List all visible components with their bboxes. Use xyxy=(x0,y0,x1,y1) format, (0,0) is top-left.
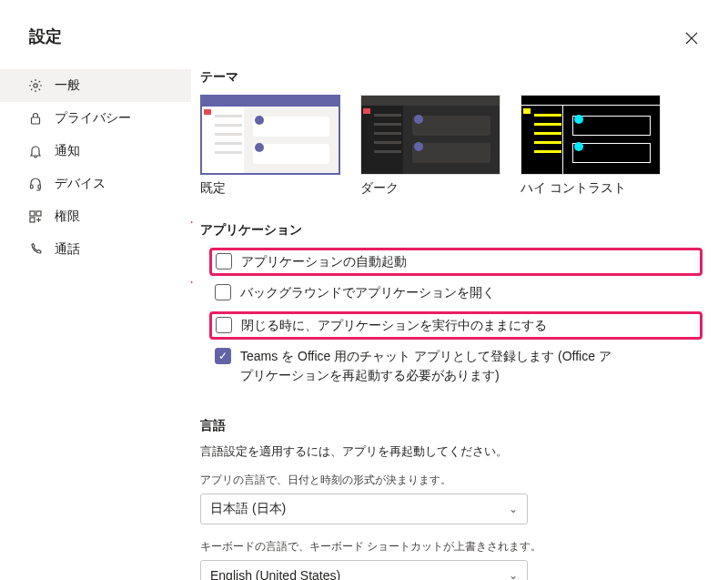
theme-option-default[interactable]: 既定 xyxy=(200,95,340,197)
app-icon xyxy=(27,209,44,225)
annotation-arrow xyxy=(191,270,195,295)
lock-icon xyxy=(27,110,44,127)
theme-label: 既定 xyxy=(200,180,340,197)
svg-rect-6 xyxy=(30,218,35,222)
theme-heading: テーマ xyxy=(200,69,703,86)
sidebar-item-label: 通知 xyxy=(55,143,80,159)
checkbox-checked-icon[interactable]: ✓ xyxy=(215,348,231,364)
language-restart-note: 言語設定を適用するには、アプリを再起動してください。 xyxy=(200,443,703,460)
keyboard-language-note: キーボードの言語で、キーボード ショートカットが上書きされます。 xyxy=(200,539,703,555)
theme-picker: 既定 ダーク ハイ コントラスト xyxy=(200,95,703,197)
option-open-in-background[interactable]: バックグラウンドでアプリケーションを開く xyxy=(209,280,703,306)
close-button[interactable] xyxy=(681,27,703,49)
svg-rect-4 xyxy=(30,211,35,216)
svg-rect-5 xyxy=(36,211,41,216)
theme-option-high-contrast[interactable]: ハイ コントラスト xyxy=(521,95,661,197)
sidebar-item-label: デバイス xyxy=(55,176,106,192)
sidebar-item-privacy[interactable]: プライバシー xyxy=(0,102,191,135)
select-value: 日本語 (日本) xyxy=(210,501,286,517)
checkbox-unchecked-icon[interactable] xyxy=(215,284,231,300)
app-language-select[interactable]: 日本語 (日本) ⌄ xyxy=(200,494,528,524)
sidebar-item-label: 通話 xyxy=(55,241,80,258)
close-icon xyxy=(685,32,698,45)
select-value: English (United States) xyxy=(210,568,340,580)
sidebar-item-notifications[interactable]: 通知 xyxy=(0,135,191,168)
settings-sidebar: 一般 プライバシー 通知 デバイス 権限 xyxy=(0,64,191,580)
option-label: バックグラウンドでアプリケーションを開く xyxy=(240,283,495,302)
option-label: 閉じる時に、アプリケーションを実行中のままにする xyxy=(241,316,547,335)
option-label: Teams を Office 用のチャット アプリとして登録します (Offic… xyxy=(240,347,622,385)
svg-point-0 xyxy=(34,84,37,87)
sidebar-item-general[interactable]: 一般 xyxy=(0,69,191,102)
svg-rect-1 xyxy=(32,117,40,124)
sidebar-item-label: 権限 xyxy=(55,209,80,225)
sidebar-item-permissions[interactable]: 権限 xyxy=(0,200,191,233)
chevron-down-icon: ⌄ xyxy=(509,503,518,515)
sidebar-item-label: プライバシー xyxy=(55,110,131,127)
sidebar-item-label: 一般 xyxy=(55,77,80,94)
svg-rect-2 xyxy=(31,185,34,188)
svg-rect-3 xyxy=(38,185,41,188)
keyboard-language-select[interactable]: English (United States) ⌄ xyxy=(200,560,528,580)
application-heading: アプリケーション xyxy=(200,222,703,239)
checkbox-unchecked-icon[interactable] xyxy=(216,317,232,333)
bell-icon xyxy=(27,143,44,159)
theme-label: ダーク xyxy=(360,180,500,197)
page-title: 設定 xyxy=(0,0,728,64)
checkbox-unchecked-icon[interactable] xyxy=(216,253,232,270)
theme-thumb-dark xyxy=(360,95,500,175)
app-language-note: アプリの言語で、日付と時刻の形式が決まります。 xyxy=(200,473,703,488)
theme-thumb-default xyxy=(200,95,340,175)
option-auto-start[interactable]: アプリケーションの自動起動 xyxy=(209,248,703,276)
option-keep-running-on-close[interactable]: 閉じる時に、アプリケーションを実行中のままにする xyxy=(209,311,703,340)
language-heading: 言語 xyxy=(200,418,703,434)
sidebar-item-calls[interactable]: 通話 xyxy=(0,233,191,266)
theme-option-dark[interactable]: ダーク xyxy=(360,95,500,197)
option-register-as-chat-app[interactable]: ✓ Teams を Office 用のチャット アプリとして登録します (Off… xyxy=(209,343,703,389)
sidebar-item-devices[interactable]: デバイス xyxy=(0,168,191,200)
annotation-arrow xyxy=(191,209,195,235)
option-label: アプリケーションの自動起動 xyxy=(241,252,407,271)
gear-icon xyxy=(27,77,44,94)
theme-label: ハイ コントラスト xyxy=(521,180,661,197)
chevron-down-icon: ⌄ xyxy=(509,569,518,580)
theme-thumb-high-contrast xyxy=(521,95,661,175)
phone-icon xyxy=(27,241,44,258)
headset-icon xyxy=(27,176,44,192)
